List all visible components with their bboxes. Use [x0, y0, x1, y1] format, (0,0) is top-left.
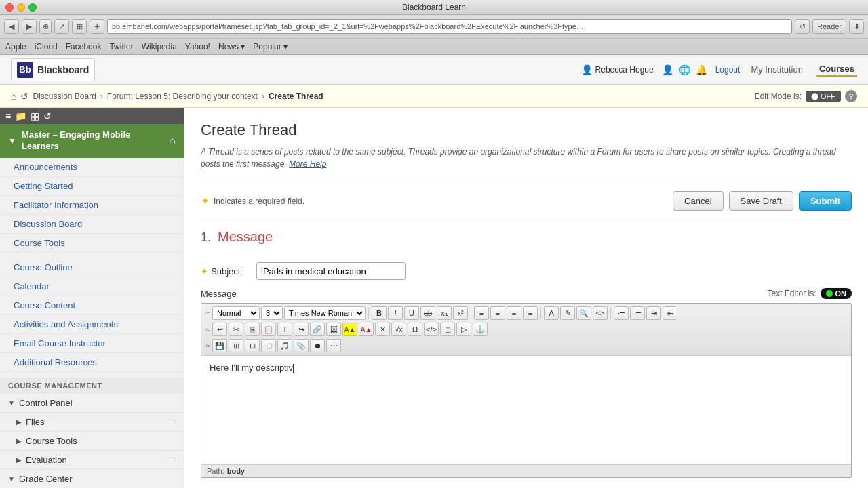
- globe-icon[interactable]: 🌐: [679, 64, 690, 75]
- bookmark-icloud[interactable]: iCloud: [35, 42, 58, 52]
- logout-button[interactable]: Logout: [715, 65, 741, 75]
- text-editor-on-toggle[interactable]: ON: [821, 288, 852, 299]
- style-button[interactable]: A: [544, 306, 559, 320]
- undo-button[interactable]: ↩: [212, 323, 227, 336]
- paste-text-button[interactable]: T: [277, 323, 292, 336]
- home-icon[interactable]: ⌂: [11, 91, 16, 102]
- underline-button[interactable]: U: [404, 306, 419, 320]
- folder-view-icon[interactable]: 📁: [15, 110, 26, 121]
- css-button[interactable]: ✎: [560, 306, 575, 320]
- align-right-button[interactable]: ≡: [507, 306, 521, 320]
- subscript-button[interactable]: x₁: [437, 306, 452, 320]
- sidebar-item-calendar[interactable]: Calendar: [0, 277, 184, 296]
- submit-button[interactable]: Submit: [799, 191, 852, 211]
- code-button[interactable]: <>: [593, 306, 608, 320]
- special-chars-button[interactable]: Ω: [408, 323, 422, 336]
- breadcrumb-discussion-board[interactable]: Discussion Board: [33, 92, 96, 101]
- more-help-link[interactable]: More Help: [289, 159, 326, 169]
- person-icon[interactable]: 👤: [662, 64, 673, 75]
- paste-button[interactable]: 📋: [261, 323, 276, 336]
- save-btn[interactable]: 💾: [212, 339, 227, 352]
- align-justify-button[interactable]: ≡: [523, 306, 538, 320]
- superscript-button[interactable]: x²: [453, 306, 468, 320]
- save-draft-button[interactable]: Save Draft: [729, 191, 793, 211]
- course-home-icon[interactable]: ⌂: [169, 135, 176, 147]
- sidebar-item-getting-started[interactable]: Getting Started: [0, 177, 184, 196]
- breadcrumb-forum[interactable]: Forum: Lesson 5: Describing your context: [107, 92, 258, 101]
- sidebar-item-additional-resources[interactable]: Additional Resources: [0, 353, 184, 372]
- record-btn[interactable]: ⏺: [310, 339, 325, 352]
- list-view-icon[interactable]: ≡: [5, 110, 11, 121]
- add-tab-button[interactable]: +: [90, 19, 104, 34]
- find-button[interactable]: 🔍: [576, 306, 591, 320]
- course-header[interactable]: ▼ Master – Engaging Mobile Learners ⌂: [0, 124, 184, 158]
- nav-courses[interactable]: Courses: [816, 62, 857, 77]
- address-bar[interactable]: bb.embanet.com/webapps/portal/frameset.j…: [107, 19, 792, 34]
- nav-extra-button[interactable]: ⊕: [39, 19, 52, 34]
- copy-button[interactable]: ⎘: [245, 323, 260, 336]
- sidebar-item-activities[interactable]: Activities and Assignments: [0, 315, 184, 334]
- bookmark-news[interactable]: News ▾: [218, 42, 245, 52]
- sidebar-item-email-instructor[interactable]: Email Course Instructor: [0, 334, 184, 353]
- html-code-button[interactable]: </>: [424, 323, 439, 336]
- mashup-btn[interactable]: 🎵: [277, 339, 292, 352]
- sidebar-item-discussion-board[interactable]: Discussion Board: [0, 215, 184, 234]
- highlight-button[interactable]: A▲: [342, 323, 357, 336]
- help-icon[interactable]: ?: [845, 90, 857, 102]
- forward-button[interactable]: ▶: [22, 19, 37, 34]
- sidebar-item-course-outline[interactable]: Course Outline: [0, 258, 184, 277]
- share-button[interactable]: ↗: [54, 19, 69, 34]
- align-left-button[interactable]: ≡: [474, 306, 489, 320]
- media-button[interactable]: ▷: [456, 323, 471, 336]
- maximize-button[interactable]: [28, 3, 37, 12]
- grid-view-icon[interactable]: ▦: [31, 110, 39, 121]
- sidebar-item-course-tools[interactable]: Course Tools: [0, 234, 184, 253]
- edit-mode-toggle[interactable]: ⬤ OFF: [806, 91, 841, 102]
- subject-input[interactable]: [256, 262, 406, 280]
- ol-button[interactable]: ≔: [630, 306, 645, 320]
- files-item[interactable]: ▶ Files —: [0, 413, 184, 432]
- grade-center-item[interactable]: ▼ Grade Center: [0, 470, 184, 488]
- preview-button[interactable]: ◻: [440, 323, 455, 336]
- image-button[interactable]: 🖼: [326, 323, 341, 336]
- back-button[interactable]: ◀: [4, 19, 19, 34]
- row-btn[interactable]: ⊡: [261, 339, 276, 352]
- clear-format-button[interactable]: ✕: [375, 323, 390, 336]
- cancel-button[interactable]: Cancel: [673, 191, 723, 211]
- bookmark-facebook[interactable]: Facebook: [66, 42, 102, 52]
- evaluation-item[interactable]: ▶ Evaluation —: [0, 451, 184, 470]
- fontsize-select[interactable]: 3: [261, 306, 283, 320]
- bookmark-yahoo[interactable]: Yahoo!: [185, 42, 210, 52]
- bookmark-apple[interactable]: Apple: [5, 42, 26, 52]
- link-button[interactable]: 🔗: [310, 323, 325, 336]
- more-btn[interactable]: ⋯: [326, 339, 341, 352]
- outdent-button[interactable]: ⇤: [663, 306, 677, 320]
- cut-button[interactable]: ✂: [229, 323, 243, 336]
- strikethrough-button[interactable]: ab: [420, 306, 435, 320]
- math-button[interactable]: √x: [391, 323, 406, 336]
- attach-btn[interactable]: 📎: [294, 339, 309, 352]
- align-center-button[interactable]: ≡: [490, 306, 505, 320]
- indent-button[interactable]: ⇥: [646, 306, 661, 320]
- sidebar-item-course-content[interactable]: Course Content: [0, 296, 184, 315]
- refresh-button[interactable]: ↺: [795, 19, 810, 34]
- window-controls[interactable]: [5, 3, 37, 12]
- nav-my-institution[interactable]: My Institution: [748, 63, 806, 76]
- format-select[interactable]: Normal: [212, 306, 260, 320]
- fontfamily-select[interactable]: Times New Roman: [284, 306, 366, 320]
- bookmark-twitter[interactable]: Twitter: [109, 42, 133, 52]
- bookmark-button[interactable]: ⊞: [72, 19, 87, 34]
- redo-button[interactable]: ↪: [294, 323, 309, 336]
- insert-btn[interactable]: ⊞: [229, 339, 243, 352]
- sidebar-item-announcements[interactable]: Announcements: [0, 158, 184, 177]
- minimize-button[interactable]: [17, 3, 25, 12]
- italic-button[interactable]: I: [388, 306, 403, 320]
- bookmark-wikipedia[interactable]: Wikipedia: [142, 42, 177, 52]
- bookmark-popular[interactable]: Popular ▾: [253, 42, 288, 52]
- download-button[interactable]: ⬇: [849, 19, 864, 34]
- table-btn[interactable]: ⊟: [245, 339, 260, 352]
- refresh-sidebar-icon[interactable]: ↺: [43, 110, 52, 121]
- refresh-breadcrumb-icon[interactable]: ↺: [20, 91, 28, 102]
- course-tools-item[interactable]: ▶ Course Tools: [0, 432, 184, 451]
- reader-button[interactable]: Reader: [812, 19, 846, 34]
